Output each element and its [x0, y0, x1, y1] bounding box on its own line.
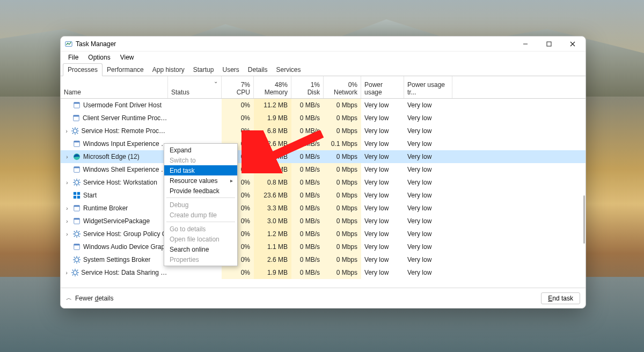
- ctx-provide-feedback[interactable]: Provide feedback: [164, 186, 237, 196]
- power-cell: Very low: [361, 189, 404, 202]
- network-cell: 0.1 Mbps: [324, 137, 361, 150]
- col-power[interactable]: Power usage: [361, 76, 404, 98]
- col-disk[interactable]: 1%Disk: [291, 76, 324, 98]
- power-cell: Very low: [361, 202, 404, 215]
- separator: [166, 222, 235, 222]
- process-row[interactable]: ›Service Host: Group Policy C0%1.2 MB0 M…: [61, 228, 586, 240]
- svg-rect-8: [74, 115, 79, 117]
- cpu-cell: 0%: [222, 124, 254, 137]
- menu-file[interactable]: File: [64, 53, 83, 62]
- expand-chevron-icon[interactable]: ›: [64, 231, 70, 237]
- minimize-button[interactable]: [514, 36, 537, 52]
- menu-options[interactable]: Options: [84, 53, 114, 62]
- process-row[interactable]: Windows Audio Device Grap0%1.1 MB0 MB/s0…: [61, 240, 586, 253]
- process-row[interactable]: ›Service Host: Workstation0%0.8 MB0 MB/s…: [61, 176, 586, 189]
- tab-performance[interactable]: Performance: [103, 64, 148, 76]
- app-icon: [72, 217, 81, 225]
- ctx-create-dump-file: Create dump file: [164, 210, 237, 220]
- process-row[interactable]: System Settings Broker0%2.6 MB0 MB/s0 Mb…: [61, 253, 586, 266]
- power-cell: Very low: [361, 112, 404, 124]
- svg-line-45: [74, 231, 75, 232]
- svg-rect-6: [74, 102, 80, 104]
- power-trend-cell: Very low: [404, 137, 452, 150]
- process-row[interactable]: Usermode Font Driver Host0%11.2 MB0 MB/s…: [61, 99, 586, 112]
- svg-line-47: [79, 231, 80, 232]
- network-cell: 0 Mbps: [324, 253, 361, 266]
- titlebar[interactable]: Task Manager: [61, 36, 586, 52]
- ctx-expand[interactable]: Expand: [164, 145, 237, 155]
- expand-chevron-icon[interactable]: ›: [64, 128, 69, 134]
- cpu-cell: 0%: [222, 266, 254, 279]
- ctx-end-task[interactable]: End task: [164, 165, 237, 175]
- process-row[interactable]: ›Microsoft Edge (12)0%324.9 MB0 MB/s0 Mb…: [61, 150, 586, 163]
- svg-line-28: [74, 180, 75, 181]
- tab-processes[interactable]: Processes: [63, 63, 103, 76]
- col-status[interactable]: ⌄ Status: [168, 76, 222, 98]
- memory-cell: 0.8 MB: [254, 176, 291, 189]
- chevron-up-icon: ︿: [66, 294, 72, 302]
- process-row[interactable]: ›Service Host: Remote Procedure...0%6.8 …: [61, 124, 586, 137]
- process-row[interactable]: ›Runtime Broker0%3.3 MB0 MB/s0 MbpsVery …: [61, 202, 586, 215]
- process-name: Windows Input Experience (3): [83, 140, 167, 148]
- network-cell: 0 Mbps: [324, 215, 361, 228]
- svg-point-60: [74, 271, 77, 275]
- svg-line-65: [72, 270, 74, 271]
- menu-view[interactable]: View: [116, 53, 138, 62]
- process-name: Service Host: Remote Procedure...: [81, 127, 167, 135]
- disk-cell: 0 MB/s: [291, 137, 324, 150]
- process-row[interactable]: Client Server Runtime Process0%1.9 MB0 M…: [61, 112, 586, 124]
- gear-icon: [71, 268, 79, 277]
- process-row[interactable]: Start0%23.6 MB0 MB/s0 MbpsVery lowVery l…: [61, 189, 586, 202]
- tab-users[interactable]: Users: [218, 64, 243, 76]
- disk-cell: 0 MB/s: [291, 150, 324, 163]
- expand-chevron-icon[interactable]: ›: [64, 180, 70, 186]
- col-memory[interactable]: 48%Memory: [254, 76, 291, 98]
- svg-line-14: [72, 128, 74, 129]
- process-name: Service Host: Group Policy C: [83, 230, 166, 238]
- end-task-button[interactable]: End task: [541, 292, 580, 304]
- process-row[interactable]: Windows Input Experience (3)0%72.6 MB0 M…: [61, 137, 586, 150]
- ctx-resource-values[interactable]: Resource values▸: [164, 175, 237, 186]
- svg-line-17: [72, 133, 74, 134]
- process-name: System Settings Broker: [83, 256, 150, 263]
- expand-chevron-icon[interactable]: ›: [64, 270, 69, 276]
- process-row[interactable]: ›WidgetServicePackage0%3.0 MB0 MB/s0 Mbp…: [61, 215, 586, 228]
- fewer-details-toggle[interactable]: ︿ Fewer details: [66, 294, 113, 302]
- svg-line-68: [72, 275, 74, 276]
- expand-chevron-icon[interactable]: ›: [64, 206, 70, 211]
- maximize-button[interactable]: [537, 36, 561, 52]
- network-cell: 0 Mbps: [324, 189, 361, 202]
- scrollbar[interactable]: [583, 195, 585, 244]
- app-icon: [72, 243, 81, 251]
- col-cpu[interactable]: 7%CPU: [222, 76, 254, 98]
- tabsbar: ProcessesPerformanceApp historyStartupUs…: [61, 63, 586, 76]
- memory-cell: 1.9 MB: [254, 266, 291, 279]
- expand-chevron-icon[interactable]: ›: [64, 154, 70, 160]
- svg-rect-2: [547, 42, 551, 46]
- column-headers: Name ⌄ Status 7%CPU 48%Memory 1%Disk 0%N…: [61, 76, 586, 99]
- col-name[interactable]: Name: [61, 76, 168, 98]
- tab-startup[interactable]: Startup: [189, 64, 218, 76]
- col-power-trend[interactable]: Power usage tr...: [404, 76, 452, 98]
- expand-chevron-icon[interactable]: ›: [64, 218, 70, 224]
- tab-app-history[interactable]: App history: [148, 64, 189, 76]
- close-button[interactable]: [561, 36, 584, 52]
- menubar: FileOptionsView: [61, 52, 586, 63]
- cpu-cell: 0%: [222, 99, 254, 112]
- memory-cell: 324.9 MB: [254, 150, 291, 163]
- footer: ︿ Fewer details End task: [61, 288, 586, 308]
- tab-services[interactable]: Services: [272, 64, 305, 76]
- power-cell: Very low: [361, 124, 404, 137]
- edge-icon: [72, 152, 81, 161]
- disk-cell: 0 MB/s: [291, 99, 324, 112]
- gear-icon: [72, 230, 81, 238]
- network-cell: 0 Mbps: [324, 228, 361, 240]
- svg-rect-32: [74, 192, 76, 195]
- disk-cell: 0 MB/s: [291, 240, 324, 253]
- svg-point-51: [75, 258, 79, 262]
- tab-details[interactable]: Details: [244, 64, 272, 76]
- col-network[interactable]: 0%Network: [324, 76, 361, 98]
- ctx-search-online[interactable]: Search online: [164, 244, 237, 254]
- process-row[interactable]: ›Service Host: Data Sharing Service0%1.9…: [61, 266, 586, 279]
- process-row[interactable]: Windows Shell Experience Ho0%0 MB0 MB/s0…: [61, 163, 586, 176]
